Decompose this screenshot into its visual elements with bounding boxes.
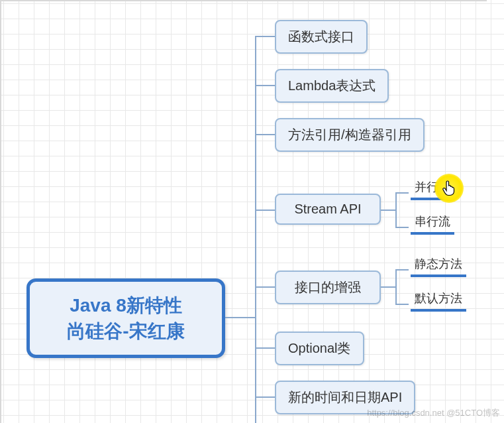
child-label: 接口的增强 (295, 278, 361, 296)
child-node-interface-enhance[interactable]: 接口的增强 (275, 271, 381, 304)
connector-c2 (255, 134, 275, 135)
leaf-default-method[interactable]: 默认方法 (411, 290, 466, 312)
connector-c4-l1 (395, 304, 409, 305)
connector-c6 (255, 396, 275, 398)
leaf-label: 静态方法 (415, 257, 462, 271)
connector-spine (255, 36, 256, 423)
watermark: https://blog.csdn.net @51CTO博客 (367, 407, 500, 419)
connector-c4-l0 (395, 269, 409, 271)
root-line1: Java 8新特性 (70, 292, 182, 318)
connector-c0 (255, 36, 275, 37)
child-label: Lambda表达式 (288, 77, 376, 95)
connector-c3-v (395, 192, 397, 227)
child-node-method-ref[interactable]: 方法引用/构造器引用 (275, 118, 425, 152)
canvas-frame (0, 0, 487, 423)
connector-c3-l1 (395, 227, 409, 228)
connector-c4-h (381, 286, 395, 288)
child-label: Stream API (294, 202, 361, 217)
connector-c3 (255, 210, 275, 211)
connector-c4-v (395, 269, 397, 304)
child-node-stream-api[interactable]: Stream API (275, 194, 381, 225)
hand-cursor-icon (441, 180, 456, 196)
leaf-label: 默认方法 (415, 292, 462, 305)
child-node-optional[interactable]: Optional类 (275, 332, 364, 365)
leaf-label: 串行流 (415, 215, 450, 228)
connector-root-trunk (225, 317, 255, 318)
leaf-sequential-stream[interactable]: 串行流 (411, 213, 454, 235)
child-label: 函数式接口 (288, 28, 354, 46)
connector-c3-l0 (395, 192, 409, 194)
root-line2: 尚硅谷-宋红康 (67, 318, 184, 344)
child-node-functional-interface[interactable]: 函数式接口 (275, 20, 368, 54)
child-label: 新的时间和日期API (288, 389, 402, 406)
connector-c4 (255, 286, 275, 288)
root-node[interactable]: Java 8新特性 尚硅谷-宋红康 (26, 278, 225, 358)
child-label: Optional类 (288, 339, 351, 357)
child-label: 方法引用/构造器引用 (288, 126, 411, 144)
leaf-static-method[interactable]: 静态方法 (411, 256, 466, 277)
connector-c5 (255, 347, 275, 349)
child-node-lambda[interactable]: Lambda表达式 (275, 69, 389, 103)
connector-c1 (255, 85, 275, 86)
connector-c3-h (381, 210, 395, 211)
